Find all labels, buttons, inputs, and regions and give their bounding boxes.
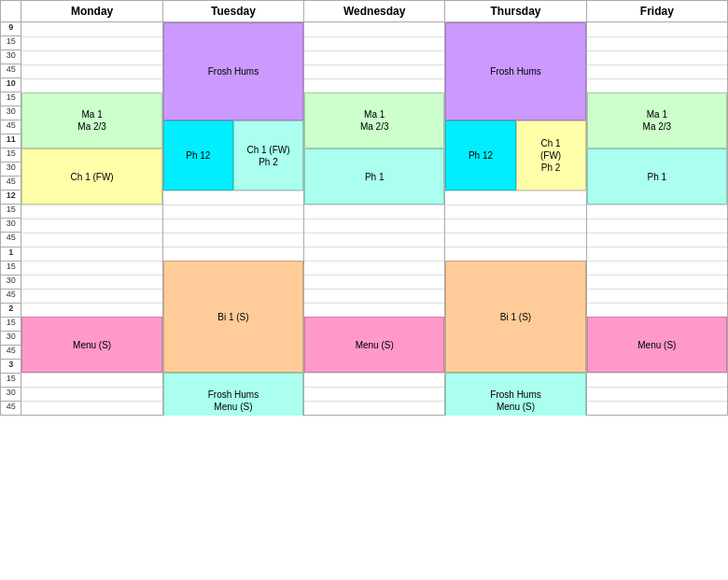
friday-cell: Ma 1 Ma 2/3Ph 1Menu (S) [586,22,727,416]
time-label: 12 [1,191,21,205]
event-block: Menu (S) [304,317,444,373]
time-label: 45 [1,345,21,359]
thursday-header: Thursday [445,1,586,22]
time-label: 30 [1,50,21,64]
time-header [1,1,21,22]
time-label: 2 [1,303,21,317]
event-block: Frosh Hums [163,22,303,120]
time-label: 45 [1,401,21,415]
calendar: Monday Tuesday Wednesday Thursday Friday… [0,0,728,416]
time-label: 10 [1,78,21,92]
event-block: Ch 1 (FW) Ph 2 [233,120,303,191]
time-label: 11 [1,134,21,149]
time-label: 15 [1,36,21,50]
time-label: 45 [1,177,21,191]
monday-header: Monday [21,1,162,22]
event-block: Ma 1 Ma 2/3 [21,92,161,149]
time-label: 45 [1,233,21,247]
tuesday-cell: Frosh HumsPh 12Ch 1 (FW) Ph 2Bi 1 (S)Fro… [162,22,303,416]
event-block: Frosh Hums Menu (S) [163,373,303,416]
time-label: 15 [1,373,21,387]
event-block: Menu (S) [21,317,161,373]
event-block: Bi 1 (S) [163,261,303,373]
event-block: Menu (S) [587,317,727,373]
wednesday-cell: Ma 1 Ma 2/3Ph 1Menu (S) [304,22,445,416]
thursday-cell: Frosh HumsPh 12Ch 1 (FW) Ph 2Bi 1 (S)Fro… [445,22,586,416]
event-block: Ch 1 (FW) Ph 2 [516,120,586,191]
time-label: 9 [1,22,21,36]
time-label: 30 [1,387,21,401]
time-label: 15 [1,317,21,331]
tuesday-header: Tuesday [162,1,303,22]
event-block: Ma 1 Ma 2/3 [587,92,727,149]
time-label: 45 [1,120,21,134]
time-label: 15 [1,205,21,219]
event-block: Frosh Hums [445,22,585,120]
time-label: 15 [1,261,21,275]
wednesday-header: Wednesday [304,1,445,22]
friday-header: Friday [586,1,727,22]
time-label: 30 [1,106,21,120]
time-label: 30 [1,219,21,233]
event-block: Frosh Hums Menu (S) [445,373,585,416]
time-label: 30 [1,331,21,345]
time-label: 45 [1,64,21,78]
time-label: 45 [1,289,21,303]
event-block: Ma 1 Ma 2/3 [304,92,444,149]
event-block: Ph 12 [445,120,515,191]
time-label: 30 [1,163,21,177]
event-block: Ch 1 (FW) [21,149,161,205]
time-label: 15 [1,92,21,106]
event-block: Bi 1 (S) [445,261,585,373]
time-label: 3 [1,359,21,373]
time-label: 15 [1,149,21,163]
time-label: 1 [1,247,21,261]
event-block: Ph 12 [163,120,233,191]
time-label: 30 [1,275,21,289]
event-block: Ph 1 [304,149,444,205]
event-block: Ph 1 [587,149,727,205]
monday-cell: Ma 1 Ma 2/3Ch 1 (FW)Menu (S) [21,22,162,416]
